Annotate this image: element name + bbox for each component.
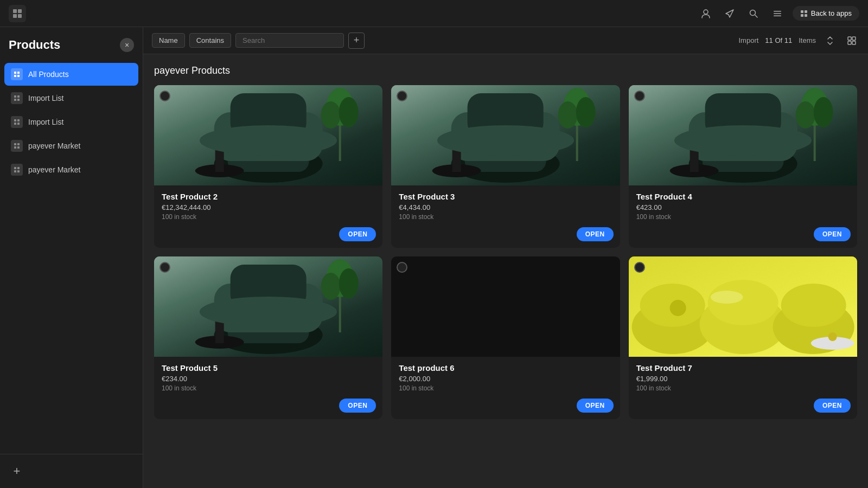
- svg-rect-24: [17, 123, 20, 125]
- search-input[interactable]: [235, 33, 344, 48]
- products-content: payever Products: [143, 54, 868, 488]
- product-card-product-4[interactable]: Test Product 4 €423.00 100 in stock OPEN: [629, 85, 857, 248]
- sidebar: Products × All Products: [0, 27, 143, 488]
- product-select-product-4[interactable]: [634, 91, 645, 101]
- sidebar-item-label-market-1: payever Market: [28, 142, 80, 150]
- product-price-product-4: €423.00: [636, 203, 850, 211]
- sidebar-item-icon-market-2: [11, 164, 23, 176]
- product-select-product-2[interactable]: [159, 91, 170, 101]
- product-name-product-2: Test Product 2: [162, 192, 375, 201]
- add-filter-button[interactable]: +: [348, 33, 365, 49]
- product-image-product-4: [629, 85, 857, 185]
- product-price-product-3: €4,434.00: [399, 203, 612, 211]
- svg-point-5: [750, 10, 755, 15]
- app-icon[interactable]: [9, 5, 26, 22]
- sidebar-item-payever-market-2[interactable]: payever Market: [4, 158, 138, 181]
- svg-rect-28: [17, 146, 20, 149]
- svg-rect-31: [14, 170, 16, 172]
- svg-rect-20: [17, 99, 20, 101]
- product-select-product-5[interactable]: [159, 262, 170, 273]
- search-icon[interactable]: [745, 5, 762, 22]
- svg-point-56: [576, 97, 596, 127]
- sidebar-item-import-list-2[interactable]: Import List: [4, 111, 138, 133]
- open-button-product-7[interactable]: OPEN: [814, 399, 851, 413]
- product-card-product-5[interactable]: Test Product 5 €234.00 100 in stock OPEN: [154, 256, 382, 419]
- import-button[interactable]: Import: [738, 36, 758, 44]
- sidebar-title: Products: [9, 38, 60, 52]
- svg-point-66: [795, 101, 815, 129]
- sidebar-item-icon-import-1: [11, 92, 23, 104]
- topbar-right: Back to apps: [697, 5, 859, 22]
- product-select-product-7[interactable]: [634, 262, 645, 273]
- open-button-product-6[interactable]: OPEN: [577, 399, 614, 413]
- svg-rect-69: [690, 139, 698, 172]
- product-card-product-2[interactable]: Test Product 2 €12,342,444.00 100 in sto…: [154, 85, 382, 248]
- menu-icon[interactable]: [769, 5, 786, 22]
- svg-rect-13: [14, 72, 16, 74]
- svg-rect-23: [14, 123, 16, 125]
- open-button-product-2[interactable]: OPEN: [339, 227, 376, 241]
- svg-rect-15: [14, 75, 16, 77]
- sidebar-item-label-market-2: payever Market: [28, 165, 80, 174]
- grid-view-button[interactable]: [844, 33, 859, 48]
- contains-filter-chip[interactable]: Contains: [189, 33, 231, 48]
- svg-rect-29: [14, 167, 16, 169]
- sidebar-item-label-import-list-2: Import List: [28, 118, 63, 126]
- product-name-product-4: Test Product 4: [636, 192, 850, 201]
- filter-bar: Name Contains + Import 11 Of 11 Items: [143, 27, 868, 54]
- svg-rect-12: [805, 14, 807, 17]
- svg-point-78: [339, 268, 359, 299]
- sort-button[interactable]: [822, 33, 838, 48]
- svg-point-67: [813, 97, 833, 127]
- sidebar-footer: +: [0, 454, 143, 488]
- product-stock-product-6: 100 in stock: [399, 384, 612, 392]
- account-icon[interactable]: [697, 5, 714, 22]
- add-collection-button[interactable]: +: [9, 463, 25, 479]
- open-button-product-4[interactable]: OPEN: [814, 227, 851, 241]
- sidebar-item-label-all-products: All Products: [28, 70, 69, 79]
- product-card-product-7[interactable]: Test Product 7 €1,999.00 100 in stock OP…: [629, 256, 857, 419]
- svg-point-87: [781, 284, 846, 327]
- sidebar-item-import-list-1[interactable]: Import List: [4, 87, 138, 110]
- sidebar-nav: All Products Import List: [0, 61, 143, 454]
- section-title: payever Products: [154, 65, 857, 76]
- sidebar-item-payever-market-1[interactable]: payever Market: [4, 134, 138, 157]
- sidebar-header: Products ×: [0, 27, 143, 61]
- sidebar-close-button[interactable]: ×: [120, 38, 134, 52]
- product-stock-product-5: 100 in stock: [162, 384, 375, 392]
- svg-rect-7: [774, 13, 781, 14]
- sidebar-item-all-products[interactable]: All Products: [4, 63, 138, 86]
- svg-point-77: [321, 273, 341, 300]
- navigation-icon[interactable]: [721, 5, 738, 22]
- product-image-product-6: [391, 256, 620, 357]
- open-button-product-3[interactable]: OPEN: [577, 227, 614, 241]
- product-name-product-5: Test Product 5: [162, 363, 375, 373]
- svg-rect-25: [14, 143, 16, 145]
- svg-rect-14: [17, 72, 20, 74]
- svg-rect-19: [14, 99, 16, 101]
- svg-point-55: [558, 101, 578, 129]
- main-layout: Products × All Products: [0, 27, 868, 488]
- filter-right: Import 11 Of 11 Items: [738, 33, 859, 48]
- back-to-apps-button[interactable]: Back to apps: [793, 6, 859, 21]
- svg-rect-22: [17, 119, 20, 121]
- svg-point-45: [339, 97, 359, 127]
- product-price-product-2: €12,342,444.00: [162, 203, 375, 211]
- svg-rect-6: [774, 11, 781, 12]
- product-card-product-3[interactable]: Test Product 3 €4,434.00 100 in stock OP…: [391, 85, 620, 248]
- svg-rect-41: [231, 93, 307, 137]
- svg-rect-36: [852, 41, 856, 44]
- product-card-product-6[interactable]: Test product 6 €2,000.00 100 in stock OP…: [391, 256, 620, 419]
- svg-rect-26: [17, 143, 20, 145]
- svg-point-44: [321, 101, 341, 129]
- svg-point-4: [704, 10, 708, 14]
- svg-rect-30: [17, 167, 20, 169]
- product-stock-product-4: 100 in stock: [636, 213, 850, 221]
- open-button-product-5[interactable]: OPEN: [339, 399, 376, 413]
- svg-rect-3: [18, 14, 22, 18]
- name-filter-chip[interactable]: Name: [152, 33, 185, 48]
- svg-rect-34: [852, 37, 856, 40]
- svg-rect-8: [774, 15, 781, 16]
- svg-rect-63: [705, 93, 781, 137]
- back-to-apps-label: Back to apps: [811, 9, 852, 17]
